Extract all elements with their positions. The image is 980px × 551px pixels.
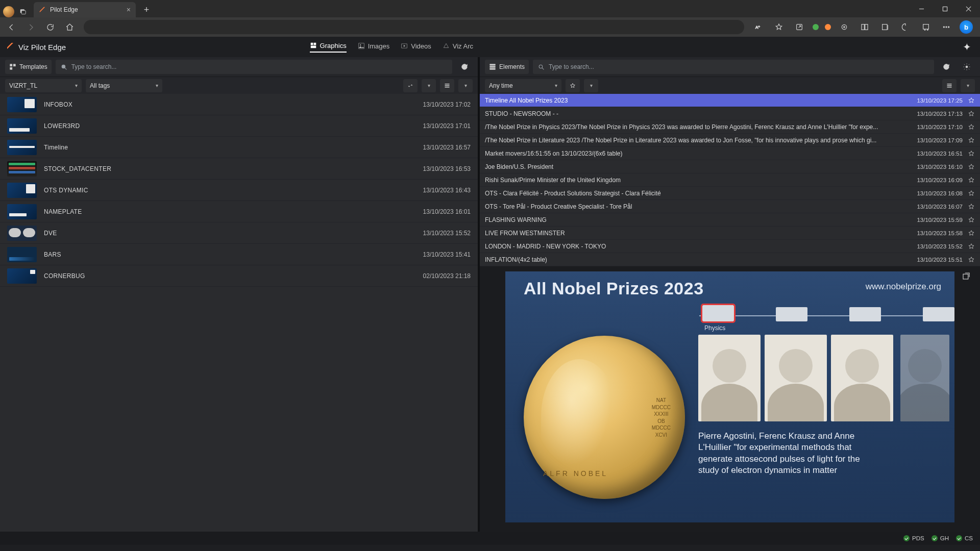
favorite-filter-button[interactable] <box>566 79 580 92</box>
elements-button[interactable]: Elements <box>485 60 529 74</box>
element-row[interactable]: LONDON - MADRID - NEW YORK - TOKYO13/10/… <box>480 240 980 253</box>
svg-line-30 <box>65 68 66 69</box>
elements-search-input[interactable]: Type to search... <box>533 60 934 74</box>
nav-refresh-button[interactable] <box>43 20 57 34</box>
concept-dropdown[interactable]: VIZRT_TL▾ <box>5 79 82 92</box>
element-row[interactable]: OTS - Clara Félicité - Product Solutions… <box>480 187 980 200</box>
templates-button[interactable]: Templates <box>5 60 52 74</box>
favorite-star-icon[interactable] <box>968 230 975 237</box>
template-row[interactable]: Timeline13/10/2023 16:57 <box>0 137 478 158</box>
favorite-star-icon[interactable] <box>968 177 975 184</box>
element-row[interactable]: /The Nobel Prize in Physics 2023/The Nob… <box>480 120 980 134</box>
preview-panel: All Nobel Prizes 2023 www.nobelprize.org… <box>480 266 980 532</box>
favorite-star-icon[interactable] <box>968 203 975 210</box>
preview-title: All Nobel Prizes 2023 <box>524 279 704 298</box>
elements-refresh-button[interactable] <box>938 60 954 74</box>
template-name: NAMEPLATE <box>44 208 416 215</box>
element-timestamp: 13/10/2023 16:10 <box>917 164 963 170</box>
favorite-star-icon[interactable] <box>968 97 975 104</box>
app-tab-videos[interactable]: Videos <box>401 42 431 53</box>
more-menu-icon[interactable] <box>939 20 953 34</box>
template-row[interactable]: DVE13/10/2023 15:52 <box>0 222 478 244</box>
element-row[interactable]: Market movers/16:51:55 on 13/10/2023/(6x… <box>480 147 980 160</box>
svg-rect-43 <box>963 274 968 279</box>
tab-close-icon[interactable]: × <box>127 6 131 14</box>
templates-list[interactable]: INFOBOX13/10/2023 17:02LOWER3RD13/10/202… <box>0 94 478 532</box>
app-launch-icon[interactable] <box>792 20 806 34</box>
nav-home-button[interactable] <box>62 20 77 34</box>
favorite-star-icon[interactable] <box>968 137 975 144</box>
element-row[interactable]: /The Nobel Prize in Literature 2023 /The… <box>480 134 980 147</box>
ext-status-green-icon[interactable] <box>813 24 819 30</box>
sort-direction-dropdown[interactable]: ▾ <box>422 79 436 92</box>
template-timestamp: 02/10/2023 21:18 <box>423 272 471 280</box>
favorite-star-icon[interactable] <box>968 123 975 131</box>
element-row[interactable]: FLASHING WARNING13/10/2023 15:59 <box>480 213 980 227</box>
element-row[interactable]: STUDIO - NEWSROOM - -13/10/2023 17:13 <box>480 107 980 120</box>
nav-forward-button[interactable] <box>23 20 38 34</box>
elements-view-dropdown[interactable]: ▾ <box>961 79 975 92</box>
app-tab-viz-arc[interactable]: Viz Arc <box>443 42 473 53</box>
ext-status-orange-icon[interactable] <box>825 24 831 30</box>
template-row[interactable]: NAMEPLATE13/10/2023 16:01 <box>0 201 478 222</box>
favorite-star-icon[interactable] <box>968 216 975 223</box>
app-tab-graphics[interactable]: Graphics <box>310 42 347 53</box>
element-row[interactable]: INFLATION/(4x2 table)13/10/2023 15:51 <box>480 253 980 266</box>
svg-point-37 <box>539 65 543 68</box>
element-row[interactable]: LIVE FROM WESTMINSTER13/10/2023 15:58 <box>480 227 980 240</box>
read-aloud-icon[interactable]: A⁺ <box>751 20 766 34</box>
favorite-star-icon[interactable] <box>968 150 975 157</box>
elements-settings-button[interactable] <box>959 60 975 74</box>
element-row[interactable]: Timeline All Nobel Prizes 202313/10/2023… <box>480 94 980 107</box>
favorite-star-icon[interactable] <box>968 190 975 197</box>
favorite-star-icon[interactable] <box>968 243 975 250</box>
templates-refresh-button[interactable] <box>456 60 473 74</box>
template-row[interactable]: BARS13/10/2023 15:41 <box>0 244 478 265</box>
element-row[interactable]: Rishi Sunak/Prime Minister of the United… <box>480 173 980 187</box>
svg-point-15 <box>924 29 925 30</box>
elements-list[interactable]: Timeline All Nobel Prizes 202313/10/2023… <box>480 94 980 266</box>
app-tab-label: Images <box>368 42 390 50</box>
performance-icon[interactable] <box>898 20 913 34</box>
tab-actions-icon[interactable] <box>17 6 29 17</box>
favorite-star-icon[interactable] <box>968 256 975 263</box>
favorite-filter-dropdown[interactable]: ▾ <box>584 79 598 92</box>
browser-profile-avatar[interactable] <box>3 6 14 17</box>
time-filter-dropdown[interactable]: Any time▾ <box>485 79 561 92</box>
copilot-icon[interactable]: b <box>960 20 973 34</box>
status-ok-icon <box>932 535 938 541</box>
templates-search-input[interactable]: Type to search... <box>56 60 452 74</box>
view-options-dropdown[interactable]: ▾ <box>458 79 473 92</box>
template-row[interactable]: CORNERBUG02/10/2023 21:18 <box>0 265 478 287</box>
browser-tab[interactable]: Pilot Edge × <box>34 2 136 17</box>
preview-timeline-caption: Physics <box>704 324 725 332</box>
favorite-star-icon[interactable] <box>968 110 975 117</box>
header-add-button[interactable]: ✦ <box>961 41 974 53</box>
new-tab-button[interactable]: + <box>140 3 153 16</box>
downloads-icon[interactable] <box>919 20 933 34</box>
extensions-icon[interactable] <box>837 20 851 34</box>
collections-icon[interactable] <box>878 20 892 34</box>
window-minimize-button[interactable] <box>910 0 933 17</box>
favorite-star-icon[interactable] <box>968 163 975 170</box>
app-tab-images[interactable]: Images <box>358 42 390 53</box>
view-button[interactable] <box>440 79 454 92</box>
element-row[interactable]: Joe Biden/U.S. President13/10/2023 16:10 <box>480 160 980 173</box>
template-row[interactable]: STOCK_DATACENTER13/10/2023 16:53 <box>0 158 478 180</box>
element-row[interactable]: OTS - Tore Pål - Product Creative Specia… <box>480 200 980 213</box>
elements-view-button[interactable] <box>942 79 957 92</box>
preview-portraits <box>698 335 949 421</box>
preview-popout-button[interactable] <box>962 271 973 283</box>
split-screen-icon[interactable] <box>857 20 872 34</box>
address-input[interactable] <box>84 20 744 34</box>
tags-dropdown[interactable]: All tags▾ <box>86 79 162 92</box>
window-close-button[interactable] <box>957 0 980 17</box>
template-row[interactable]: LOWER3RD13/10/2023 17:01 <box>0 115 478 137</box>
nav-back-button[interactable] <box>4 20 18 34</box>
template-row[interactable]: INFOBOX13/10/2023 17:02 <box>0 94 478 115</box>
favorite-icon[interactable] <box>772 20 786 34</box>
template-row[interactable]: OTS DYNAMIC13/10/2023 16:43 <box>0 180 478 201</box>
window-maximize-button[interactable] <box>933 0 957 17</box>
sort-button[interactable] <box>403 79 418 92</box>
svg-point-29 <box>62 65 65 68</box>
